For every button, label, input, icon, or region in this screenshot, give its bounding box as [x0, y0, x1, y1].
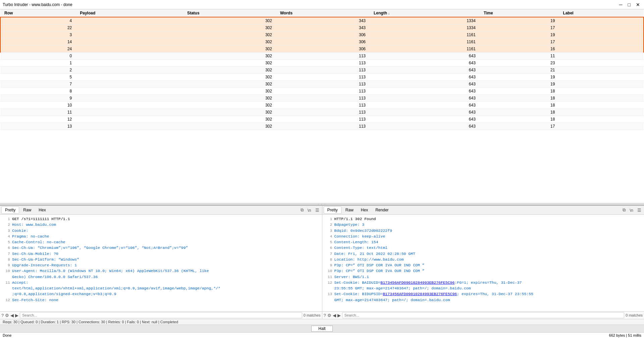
table-cell: 1161 — [370, 31, 480, 39]
table-cell: 302 — [183, 95, 276, 102]
table-cell — [559, 67, 644, 74]
col-header-status[interactable]: Status — [183, 9, 276, 17]
prev-match-response[interactable]: ◀ — [333, 313, 336, 318]
table-cell — [76, 17, 183, 24]
table-cell — [559, 95, 644, 102]
table-cell: 643 — [370, 88, 480, 95]
table-cell: 643 — [370, 53, 480, 60]
table-row[interactable]: 4302343133419 — [0, 17, 644, 24]
table-row[interactable]: 230211364321 — [0, 67, 644, 74]
col-header-time[interactable]: Time — [480, 9, 559, 17]
tab-raw-request[interactable]: Raw — [20, 207, 35, 213]
next-match-request[interactable]: ▶ — [15, 313, 18, 318]
table-cell — [559, 88, 644, 95]
table-row[interactable]: 1030211364318 — [0, 102, 644, 109]
status-text: Reqs: 30 | Queued: 0 | Duration: 1 | RPS… — [3, 320, 178, 324]
table-cell: 1334 — [370, 17, 480, 24]
copy-icon-request[interactable]: ⧉ — [299, 207, 305, 213]
table-cell — [76, 74, 183, 81]
col-header-label[interactable]: Label — [559, 9, 644, 17]
table-row[interactable]: 3302306116119 — [0, 31, 644, 39]
table-cell: 302 — [183, 102, 276, 109]
table-row[interactable]: 14302306116117 — [0, 39, 644, 46]
table-cell: 11 — [0, 109, 76, 116]
tab-pretty-request[interactable]: Pretty — [1, 206, 19, 214]
table-cell: 18 — [480, 88, 559, 95]
table-row[interactable]: 730211364319 — [0, 81, 644, 88]
next-match-response[interactable]: ▶ — [337, 313, 341, 318]
table-row[interactable]: 930211364318 — [0, 95, 644, 102]
table-cell: 643 — [370, 60, 480, 67]
maximize-button[interactable]: □ — [627, 2, 632, 7]
table-row[interactable]: 1130211364318 — [0, 109, 644, 116]
table-cell: 1334 — [370, 24, 480, 31]
search-match-count-request: 0 matches — [304, 313, 321, 317]
table-row[interactable]: 130211364323 — [0, 60, 644, 67]
table-cell: 306 — [276, 46, 370, 53]
table-cell: 113 — [276, 88, 370, 95]
table-cell: 302 — [183, 39, 276, 46]
table-row[interactable]: 24302306116116 — [0, 46, 644, 53]
table-cell: 302 — [183, 24, 276, 31]
tab-hex-request[interactable]: Hex — [35, 207, 49, 213]
response-content: 1HTTP/1.1 302 Found2Bdpagetype: 33Bdqid:… — [322, 215, 644, 311]
close-button[interactable]: ✕ — [635, 2, 641, 7]
col-header-row[interactable]: Row — [0, 9, 76, 17]
table-row[interactable]: 530211364319 — [0, 74, 644, 81]
table-cell: 18 — [480, 102, 559, 109]
table-cell: 306 — [276, 39, 370, 46]
table-row[interactable]: 030211364311 — [0, 53, 644, 60]
table-cell — [559, 53, 644, 60]
table-cell: 302 — [183, 46, 276, 53]
table-cell — [76, 95, 183, 102]
tab-raw-response[interactable]: Raw — [342, 207, 357, 213]
menu-icon-request[interactable]: ☰ — [314, 207, 321, 213]
halt-button[interactable]: Halt — [311, 326, 332, 332]
table-cell: 113 — [276, 95, 370, 102]
table-cell — [559, 81, 644, 88]
table-cell: 302 — [183, 109, 276, 116]
table-cell — [76, 46, 183, 53]
table-row[interactable]: 22302343133417 — [0, 24, 644, 31]
table-cell: 18 — [480, 116, 559, 123]
col-header-payload[interactable]: Payload — [76, 9, 183, 17]
table-row[interactable]: 1330211364317 — [0, 123, 644, 130]
tab-render-response[interactable]: Render — [372, 207, 392, 213]
table-cell: 643 — [370, 109, 480, 116]
tab-hex-response[interactable]: Hex — [358, 207, 371, 213]
tab-pretty-response[interactable]: Pretty — [324, 206, 341, 214]
response-search-bar: ? ⚙ ◀ ▶ 0 matches — [322, 311, 644, 319]
table-cell: 16 — [480, 46, 559, 53]
newline-icon-request[interactable]: \n — [306, 207, 313, 213]
copy-icon-response[interactable]: ⧉ — [621, 207, 627, 213]
table-cell — [76, 88, 183, 95]
col-header-length[interactable]: Length ↓ — [370, 9, 480, 17]
minimize-button[interactable]: ─ — [618, 2, 624, 7]
table-cell: 643 — [370, 116, 480, 123]
table-row[interactable]: 1230211364318 — [0, 116, 644, 123]
search-input-response[interactable] — [342, 312, 625, 318]
table-cell: 113 — [276, 102, 370, 109]
menu-icon-response[interactable]: ☰ — [636, 207, 643, 213]
prev-match-request[interactable]: ◀ — [10, 313, 14, 318]
help-icon-request[interactable]: ? — [1, 313, 4, 318]
table-cell: 18 — [480, 109, 559, 116]
table-cell — [76, 116, 183, 123]
cookie-link[interactable]: B173456AFD09010284993EB276FE5C96 — [383, 292, 457, 296]
table-cell: 643 — [370, 81, 480, 88]
table-cell: 17 — [480, 39, 559, 46]
settings-icon-response[interactable]: ⚙ — [327, 313, 331, 318]
help-icon-response[interactable]: ? — [324, 313, 326, 318]
table-cell: 302 — [183, 60, 276, 67]
cookie-link[interactable]: B173456AFD09010284993EB276FE5C96 — [381, 280, 455, 285]
table-cell: 343 — [276, 24, 370, 31]
table-row[interactable]: 830211364318 — [0, 88, 644, 95]
settings-icon-request[interactable]: ⚙ — [5, 313, 9, 318]
newline-icon-response[interactable]: \n — [628, 207, 635, 213]
search-input-request[interactable] — [20, 312, 302, 318]
col-header-words[interactable]: Words — [276, 9, 370, 17]
table-cell — [559, 17, 644, 24]
table-cell: 23 — [480, 60, 559, 67]
table-cell: 10 — [0, 102, 76, 109]
table-cell: 113 — [276, 116, 370, 123]
